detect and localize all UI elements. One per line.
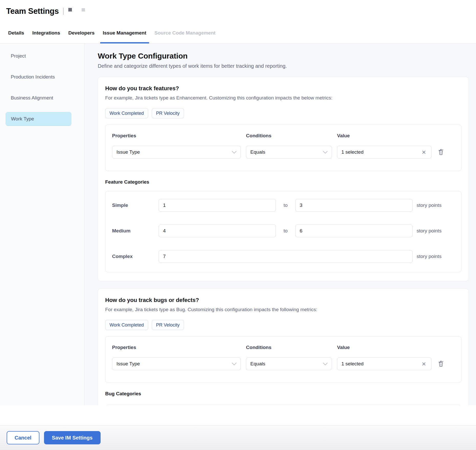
unit-label: story points <box>416 254 455 259</box>
sidebar-item-work-type[interactable]: Work Type <box>6 112 71 126</box>
clear-icon[interactable]: ✕ <box>420 361 427 367</box>
features-value-text: 1 selected <box>341 149 364 155</box>
medium-to-input[interactable] <box>295 224 413 237</box>
chevron-down-icon <box>323 151 328 154</box>
unit-label: story points <box>416 202 455 208</box>
settings-body: Project Production Incidents Business Al… <box>0 43 476 405</box>
range-separator: to <box>279 202 292 208</box>
feature-categories-box: Simple to story points Medium to story p… <box>105 191 461 272</box>
features-delete-filter-button[interactable] <box>437 147 445 157</box>
bugs-section-card: How do you track bugs or defects? For ex… <box>98 288 469 405</box>
bug-categories-heading: Bug Categories <box>105 390 461 397</box>
page-header-title: Team Settings <box>6 7 59 16</box>
trash-icon <box>438 148 444 156</box>
page-subtitle: Define and categorize different types of… <box>98 62 469 70</box>
chevron-down-icon <box>232 151 236 154</box>
properties-label: Properties <box>112 344 241 351</box>
sidebar: Project Production Incidents Business Al… <box>0 43 84 405</box>
badge-pr-velocity: PR Velocity <box>152 108 184 118</box>
tab-issue-management[interactable]: Issue Management <box>99 22 150 43</box>
bugs-filter-box: Properties Conditions Value Issue Type E… <box>105 336 461 383</box>
unit-label: story points <box>416 228 455 234</box>
bugs-metric-badges: Work Completed PR Velocity <box>105 320 461 330</box>
features-filter-box: Properties Conditions Value Issue Type E… <box>105 125 461 171</box>
complex-from-input[interactable] <box>159 250 413 263</box>
bugs-property-select-value: Issue Type <box>116 361 140 367</box>
properties-label: Properties <box>112 132 241 139</box>
tab-developers[interactable]: Developers <box>64 22 99 43</box>
header-separator: | <box>62 6 64 15</box>
category-label-complex: Complex <box>112 254 155 259</box>
badge-pr-velocity: PR Velocity <box>152 320 184 330</box>
tab-integrations[interactable]: Integrations <box>28 22 64 43</box>
bugs-condition-select[interactable]: Equals <box>246 357 332 370</box>
features-property-select-value: Issue Type <box>116 149 140 155</box>
app-header: Team Settings | <box>0 0 476 22</box>
category-row-simple: Simple to story points <box>112 199 455 212</box>
features-condition-select[interactable]: Equals <box>246 146 332 159</box>
category-label-simple: Simple <box>112 202 155 208</box>
main-content: Work Type Configuration Define and categ… <box>84 43 476 405</box>
features-metric-badges: Work Completed PR Velocity <box>105 108 461 118</box>
tab-source-code-management[interactable]: Source Code Management <box>150 22 220 43</box>
bugs-property-select[interactable]: Issue Type <box>112 357 241 370</box>
footer-bar: Cancel Save IM Settings <box>0 425 476 450</box>
sidebar-item-business-alignment[interactable]: Business Alignment <box>6 91 71 105</box>
sidebar-item-production-incidents[interactable]: Production Incidents <box>6 70 71 84</box>
conditions-label: Conditions <box>246 132 332 139</box>
bugs-condition-select-value: Equals <box>250 361 265 367</box>
bugs-value-multiselect[interactable]: 1 selected ✕ <box>337 357 431 370</box>
sidebar-item-project[interactable]: Project <box>6 49 71 63</box>
simple-to-input[interactable] <box>295 199 413 212</box>
badge-work-completed: Work Completed <box>105 108 148 118</box>
chevron-down-icon <box>232 363 236 365</box>
features-value-multiselect[interactable]: 1 selected ✕ <box>337 146 431 159</box>
feature-categories-heading: Feature Categories <box>105 179 461 185</box>
badge-work-completed: Work Completed <box>105 320 148 330</box>
save-im-settings-button[interactable]: Save IM Settings <box>44 431 101 444</box>
cancel-button[interactable]: Cancel <box>7 431 39 444</box>
category-label-medium: Medium <box>112 228 155 234</box>
trash-icon <box>438 360 444 368</box>
header-badge-light-icon <box>82 8 85 12</box>
features-section-card: How do you track features? For example, … <box>98 77 469 281</box>
conditions-label: Conditions <box>246 344 332 351</box>
simple-from-input[interactable] <box>159 199 276 212</box>
bugs-heading: How do you track bugs or defects? <box>105 296 461 304</box>
footer-spacer <box>0 405 476 425</box>
bugs-delete-filter-button[interactable] <box>437 359 445 369</box>
features-heading: How do you track features? <box>105 85 461 92</box>
medium-from-input[interactable] <box>159 224 276 237</box>
page-title: Work Type Configuration <box>98 51 469 61</box>
bugs-description: For example, Jira tickets type as Bug. C… <box>105 306 461 313</box>
bugs-value-text: 1 selected <box>341 361 364 367</box>
clear-icon[interactable]: ✕ <box>420 149 427 155</box>
chevron-down-icon <box>323 363 328 365</box>
tab-details[interactable]: Details <box>4 22 28 43</box>
range-separator: to <box>279 228 292 234</box>
value-label: Value <box>337 132 431 139</box>
features-condition-select-value: Equals <box>250 149 265 155</box>
value-label: Value <box>337 344 431 351</box>
category-row-complex: Complex story points <box>112 250 455 263</box>
header-badge-dark-icon <box>68 8 72 12</box>
features-property-select[interactable]: Issue Type <box>112 146 241 159</box>
settings-tabbar: Details Integrations Developers Issue Ma… <box>0 22 476 43</box>
category-row-medium: Medium to story points <box>112 224 455 237</box>
features-description: For example, Jira tickets type as Enhanc… <box>105 94 461 102</box>
